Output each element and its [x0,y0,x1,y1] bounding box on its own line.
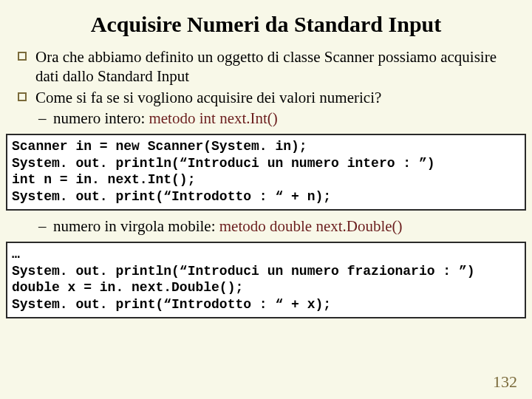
page-title: Acquisire Numeri da Standard Input [15,12,517,37]
bullet-2: Come si fa se si vogliono acquisire dei … [15,88,517,107]
bullet-list-2: numero in virgola mobile: metodo double … [15,216,517,236]
subbullet-1: numero intero: metodo int next.Int() [15,109,517,128]
bullet-1: Ora che abbiamo definito un oggetto di c… [15,47,517,86]
page-number: 132 [493,372,517,392]
code-block-2: … System. out. println(“Introduci un num… [6,242,526,318]
subbullet-1-highlight: metodo int next.Int() [149,109,277,127]
bullet-2-text: Come si fa se si vogliono acquisire dei … [35,89,381,106]
square-bullet-icon [18,92,27,101]
subbullet-2-highlight: metodo double next.Double() [219,217,403,235]
bullet-1-text: Ora che abbiamo definito un oggetto di c… [35,48,497,85]
bullet-list: Ora che abbiamo definito un oggetto di c… [15,47,517,128]
subbullet-2-text: numero in virgola mobile: [53,217,219,235]
square-bullet-icon [18,52,27,61]
subbullet-2: numero in virgola mobile: metodo double … [15,216,517,236]
subbullet-1-text: numero intero: [53,109,149,127]
code-block-1: Scanner in = new Scanner(System. in); Sy… [6,134,526,211]
